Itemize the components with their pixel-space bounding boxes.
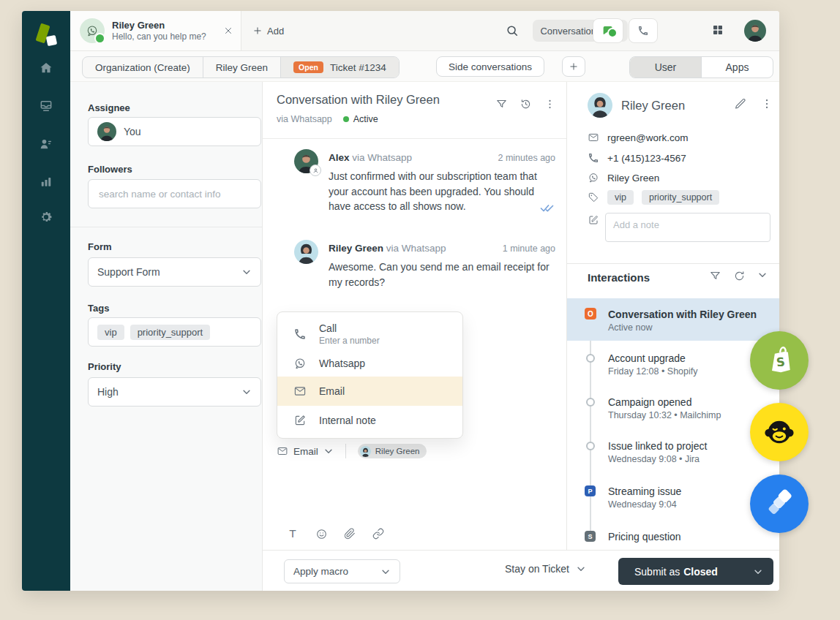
menu-item-email[interactable]: Email: [277, 377, 462, 406]
filter-icon[interactable]: [495, 98, 508, 110]
tags-field[interactable]: vip priority_support: [88, 317, 261, 347]
filter-icon[interactable]: [709, 270, 721, 282]
form-select[interactable]: Support Form: [88, 257, 261, 287]
tag-chip: priority_support: [642, 190, 719, 205]
add-tab-button[interactable]: Add: [252, 11, 284, 50]
note-input[interactable]: [605, 213, 770, 242]
close-icon[interactable]: [223, 26, 233, 36]
phone-button[interactable]: [629, 18, 658, 43]
interaction-title[interactable]: Campaign opened: [608, 396, 691, 408]
customer-email-row[interactable]: rgreen@work.com: [588, 132, 689, 143]
chevron-down-icon[interactable]: [757, 270, 768, 282]
interactions-title: Interactions: [588, 271, 650, 284]
refresh-icon[interactable]: [733, 270, 746, 282]
interaction-marker-icon: [586, 442, 595, 450]
breadcrumb-ticket[interactable]: Open Ticket #1234: [281, 57, 399, 78]
interaction-subtitle: Friday 12:08 • Shopify: [608, 366, 698, 377]
customers-icon: [39, 137, 53, 151]
submit-prefix: Submit as: [634, 566, 680, 578]
emoji-icon[interactable]: [315, 527, 328, 540]
channel-menu: CallEnter a number Whatsapp Email Intern…: [277, 311, 463, 439]
interaction-badge-open: O: [585, 308, 596, 320]
nav-views-button[interactable]: [22, 92, 70, 120]
timeline-line: [590, 320, 591, 531]
tab-side-conversations[interactable]: Side conversations: [436, 56, 544, 77]
kebab-menu-icon[interactable]: [760, 97, 773, 110]
apply-macro-label: Apply macro: [293, 566, 348, 577]
history-icon[interactable]: [520, 98, 532, 110]
breadcrumb-requester[interactable]: Riley Green: [203, 57, 281, 78]
search-icon[interactable]: [506, 24, 519, 37]
submit-button[interactable]: Submit as Closed: [618, 558, 773, 585]
jira-app-icon[interactable]: [750, 475, 809, 533]
customer-avatar: [588, 93, 612, 118]
nav-admin-button[interactable]: [22, 203, 70, 231]
menu-note-label: Internal note: [319, 415, 376, 426]
ticket-toolbar: Organization (Create) Riley Green Open T…: [70, 51, 779, 82]
tag-chip: vip: [607, 190, 634, 205]
interaction-title[interactable]: Streaming issue: [608, 485, 681, 497]
conversation-header-actions: [495, 98, 556, 110]
chevron-down-icon: [241, 267, 252, 277]
agent-avatar[interactable]: [744, 20, 766, 42]
panel-toggle: User Apps: [629, 56, 773, 78]
top-bar: Riley Green Hello, can you help me? Add …: [70, 11, 779, 51]
tag-icon: [588, 192, 599, 203]
assignee-field[interactable]: You: [88, 117, 261, 146]
apply-macro-select[interactable]: Apply macro: [284, 559, 400, 583]
chat-button[interactable]: [593, 18, 623, 43]
stay-on-ticket-select[interactable]: Stay on Ticket: [505, 563, 586, 575]
assignee-label: Assignee: [88, 102, 130, 113]
customer-phone-row[interactable]: +1 (415)123-4567: [588, 152, 686, 164]
shopify-app-icon[interactable]: S: [750, 331, 809, 390]
menu-item-internal-note[interactable]: Internal note: [277, 406, 462, 435]
nav-customers-button[interactable]: [22, 130, 70, 158]
submit-status: Closed: [683, 566, 718, 578]
conversation-tab[interactable]: Riley Green Hello, can you help me?: [70, 11, 241, 50]
toggle-apps[interactable]: Apps: [702, 57, 773, 78]
attachment-icon[interactable]: [343, 527, 356, 540]
interaction-marker-icon: [586, 354, 595, 363]
avatar: [294, 240, 318, 264]
menu-item-call[interactable]: CallEnter a number: [277, 318, 462, 350]
text-format-icon[interactable]: T: [286, 527, 299, 540]
followers-input[interactable]: [97, 188, 252, 200]
interaction-title[interactable]: Pricing question: [608, 531, 681, 542]
recipient-pill[interactable]: Riley Green: [358, 444, 427, 458]
priority-label: Priority: [88, 361, 121, 372]
interaction-title[interactable]: Issue linked to project: [608, 440, 707, 452]
edit-pencil-icon[interactable]: [734, 97, 747, 110]
customer-whatsapp: Riley Green: [607, 173, 659, 184]
message-text: Awesome. Can you send me an email receip…: [329, 260, 557, 290]
interaction-subtitle: Thursday 10:32 • Mailchimp: [608, 410, 721, 420]
home-icon: [39, 61, 53, 75]
mailchimp-app-icon[interactable]: [750, 403, 809, 461]
logo-white-shape: [46, 35, 57, 46]
interaction-title[interactable]: Conversation with Riley Green: [608, 309, 757, 320]
new-side-conversation-button[interactable]: [562, 56, 585, 77]
priority-select[interactable]: High: [88, 377, 261, 407]
apps-grid-icon[interactable]: [711, 23, 724, 37]
email-icon: [293, 385, 307, 398]
breadcrumb-organization[interactable]: Organization (Create): [83, 57, 203, 78]
composer-toolbar: T: [286, 527, 385, 540]
presence-dot: [94, 33, 105, 44]
tab-text: Riley Green Hello, can you help me?: [112, 20, 214, 42]
customer-tags-row[interactable]: vip priority_support: [588, 190, 719, 205]
customer-whatsapp-row[interactable]: Riley Green: [588, 172, 659, 184]
composer-header: Email Riley Green: [277, 444, 427, 458]
kebab-menu-icon[interactable]: [544, 98, 556, 110]
svg-text:S: S: [776, 355, 786, 369]
menu-item-whatsapp[interactable]: Whatsapp: [277, 350, 462, 377]
link-icon[interactable]: [372, 527, 385, 540]
views-icon: [39, 99, 53, 113]
customer-panel: Riley Green rgreen@work.com +1 (415)123-…: [567, 82, 779, 550]
toggle-user[interactable]: User: [630, 57, 702, 78]
nav-home-button[interactable]: [22, 54, 70, 82]
nav-reporting-button[interactable]: [22, 167, 70, 195]
interaction-title[interactable]: Account upgrade: [608, 352, 686, 364]
fields-divider: [70, 227, 262, 227]
stay-on-ticket-label: Stay on Ticket: [505, 563, 569, 575]
composer-channel-value: Email: [293, 446, 318, 457]
composer-channel-select[interactable]: Email: [277, 445, 334, 457]
